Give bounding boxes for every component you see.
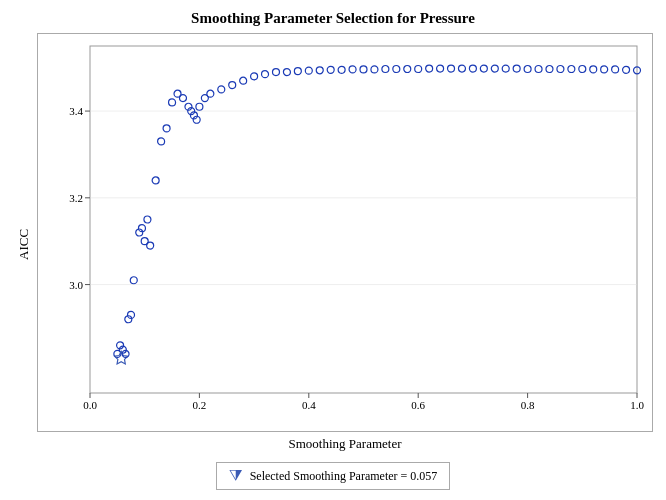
svg-text:0.4: 0.4 <box>302 399 316 411</box>
svg-text:3.0: 3.0 <box>69 279 83 291</box>
plot-frame: 3.03.23.40.00.20.40.60.81.0 <box>37 33 653 432</box>
svg-text:0.0: 0.0 <box>83 399 97 411</box>
y-axis-label: AICC <box>13 33 35 456</box>
svg-text:0.6: 0.6 <box>411 399 425 411</box>
svg-rect-0 <box>90 46 637 393</box>
x-axis-label: Smoothing Parameter <box>37 436 653 456</box>
legend-box: ⧩ Selected Smoothing Parameter = 0.057 <box>216 462 451 490</box>
chart-container: Smoothing Parameter Selection for Pressu… <box>13 10 653 490</box>
plot-and-xaxis: 3.03.23.40.00.20.40.60.81.0 Smoothing Pa… <box>37 33 653 456</box>
chart-area: AICC 3.03.23.40.00.20.40.60.81.0 Smoothi… <box>13 33 653 456</box>
chart-title: Smoothing Parameter Selection for Pressu… <box>191 10 475 27</box>
svg-text:0.2: 0.2 <box>193 399 207 411</box>
svg-text:1.0: 1.0 <box>630 399 644 411</box>
svg-text:3.4: 3.4 <box>69 105 83 117</box>
legend-star-icon: ⧩ <box>229 467 242 485</box>
svg-text:3.2: 3.2 <box>69 192 83 204</box>
svg-text:0.8: 0.8 <box>521 399 535 411</box>
legend-label: Selected Smoothing Parameter = 0.057 <box>250 469 438 484</box>
plot-svg: 3.03.23.40.00.20.40.60.81.0 <box>38 34 652 431</box>
